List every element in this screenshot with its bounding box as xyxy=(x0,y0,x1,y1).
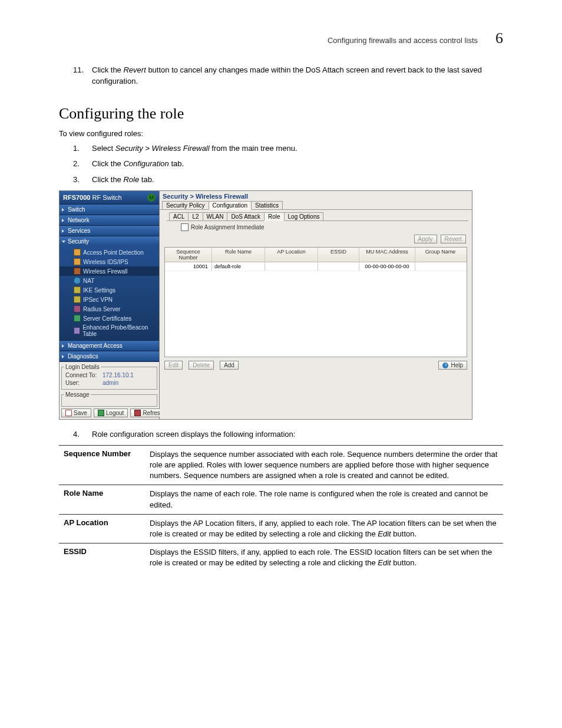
step-text: Click the Revert button to cancel any ch… xyxy=(92,65,503,87)
step-number: 11. xyxy=(73,65,86,87)
info-key: AP Location xyxy=(59,514,145,543)
app-screenshot: RFS7000 RF Switch M Switch Network Servi… xyxy=(59,190,472,420)
subtab-dos[interactable]: DoS Attack xyxy=(227,212,264,220)
step-number: 4. xyxy=(73,429,86,440)
step-text: Click the Configuration tab. xyxy=(92,159,503,170)
lock-icon xyxy=(74,296,81,303)
device-title: RFS7000 RF Switch xyxy=(63,194,122,201)
refresh-icon xyxy=(134,410,141,416)
message-panel: Message xyxy=(61,391,157,407)
nav-item-services[interactable]: Services xyxy=(59,226,159,236)
save-button[interactable]: Save xyxy=(61,409,91,417)
checkbox-label: Role Assignment Immediate xyxy=(191,224,265,230)
help-icon: ? xyxy=(442,363,448,368)
save-icon xyxy=(65,410,72,416)
detection-icon xyxy=(74,249,81,256)
login-legend: Login Details xyxy=(64,364,101,370)
col-mu-mac[interactable]: MU MAC Address xyxy=(359,248,415,262)
role-table: Sequence Number Role Name AP Location ES… xyxy=(164,247,467,357)
table-header: Sequence Number Role Name AP Location ES… xyxy=(165,248,467,262)
tab-security-policy[interactable]: Security Policy xyxy=(162,201,209,209)
brand-logo-icon: M xyxy=(147,193,156,202)
nav-leaf-radius[interactable]: Radius Server xyxy=(59,304,159,314)
table-row[interactable]: 10001 default-role 00-00-00-00-00-00 xyxy=(165,262,467,271)
nav-leaf-nat[interactable]: NAT xyxy=(59,276,159,285)
logout-icon xyxy=(98,410,104,416)
tab-configuration[interactable]: Configuration xyxy=(209,201,252,210)
add-button[interactable]: Add xyxy=(220,361,239,370)
delete-button[interactable]: Delete xyxy=(189,361,214,370)
edit-button[interactable]: Edit xyxy=(164,361,183,370)
step-number: 1. xyxy=(73,143,86,154)
nav-item-diagnostics[interactable]: Diagnostics xyxy=(59,351,159,361)
apply-button[interactable]: Apply xyxy=(414,235,437,243)
nav-leaf-wireless-firewall[interactable]: Wireless Firewall xyxy=(59,266,159,276)
nav-item-switch[interactable]: Switch xyxy=(59,205,159,215)
table-icon xyxy=(74,327,80,334)
sub-tabrow: ACL L2 WLAN DoS Attack Role Log Options xyxy=(167,212,468,221)
tab-statistics[interactable]: Statistics xyxy=(251,201,283,209)
subtab-l2[interactable]: L2 xyxy=(188,212,203,220)
nav-item-network[interactable]: Network xyxy=(59,215,159,225)
col-sequence[interactable]: Sequence Number xyxy=(165,248,212,262)
info-value: Displays the sequence number associated … xyxy=(145,445,503,485)
login-details-panel: Login Details Connect To:172.16.10.1 Use… xyxy=(61,364,157,390)
col-group[interactable]: Group Name xyxy=(415,248,465,262)
nav-leaf-wireless-ids[interactable]: Wireless IDS/IPS xyxy=(59,257,159,266)
subtab-wlan[interactable]: WLAN xyxy=(203,212,228,220)
nav-item-management[interactable]: Management Access xyxy=(59,341,159,351)
subtab-role[interactable]: Role xyxy=(264,212,285,221)
step-number: 3. xyxy=(73,174,86,186)
info-key: Sequence Number xyxy=(59,445,145,485)
nav-leaf-ike[interactable]: IKE Settings xyxy=(59,285,159,295)
nat-icon xyxy=(74,277,81,284)
subtab-acl[interactable]: ACL xyxy=(169,212,189,220)
section-heading: Configuring the role xyxy=(59,105,503,123)
logout-button[interactable]: Logout xyxy=(94,409,128,417)
certificate-icon xyxy=(74,315,81,322)
key-icon xyxy=(74,286,81,294)
intro-text: To view configured roles: xyxy=(59,129,503,140)
top-tabrow: Security Policy Configuration Statistics xyxy=(160,201,472,210)
message-legend: Message xyxy=(64,391,91,398)
info-value: Displays the name of each role. The role… xyxy=(145,485,503,514)
server-icon xyxy=(74,305,81,312)
help-button[interactable]: ? Help xyxy=(438,361,467,370)
info-value: Displays the AP Location filters, if any… xyxy=(145,514,503,543)
nav-item-security[interactable]: Security xyxy=(59,236,159,246)
info-table: Sequence Number Displays the sequence nu… xyxy=(59,445,503,572)
ids-icon xyxy=(74,258,81,265)
col-essid[interactable]: ESSID xyxy=(318,248,359,262)
col-role-name[interactable]: Role Name xyxy=(212,248,265,262)
info-key: ESSID xyxy=(59,543,145,572)
step-text: Click the Role tab. xyxy=(92,174,503,186)
nav-leaf-access-point-detection[interactable]: Access Point Detection xyxy=(59,248,159,257)
step-text: Role configuration screen displays the f… xyxy=(92,429,503,440)
step-number: 2. xyxy=(73,159,86,170)
col-ap-location[interactable]: AP Location xyxy=(265,248,318,262)
breadcrumb: Security > Wireless Firewall xyxy=(160,191,472,201)
info-value: Displays the ESSID filters, if any, appl… xyxy=(145,543,503,572)
firewall-icon xyxy=(74,268,81,275)
running-header-text: Configuring firewalls and access control… xyxy=(328,36,478,45)
role-assignment-checkbox[interactable] xyxy=(181,223,189,231)
step-text: Select Security > Wireless Firewall from… xyxy=(92,143,503,154)
chapter-number: 6 xyxy=(495,29,503,47)
nav-leaf-probe-table[interactable]: Enhanced Probe/Beacon Table xyxy=(59,323,159,338)
nav-leaf-certificates[interactable]: Server Certificates xyxy=(59,314,159,323)
revert-button[interactable]: Revert xyxy=(441,235,466,243)
info-key: Role Name xyxy=(59,485,145,514)
subtab-log[interactable]: Log Options xyxy=(284,212,324,220)
nav-leaf-ipsec[interactable]: IPSec VPN xyxy=(59,295,159,304)
